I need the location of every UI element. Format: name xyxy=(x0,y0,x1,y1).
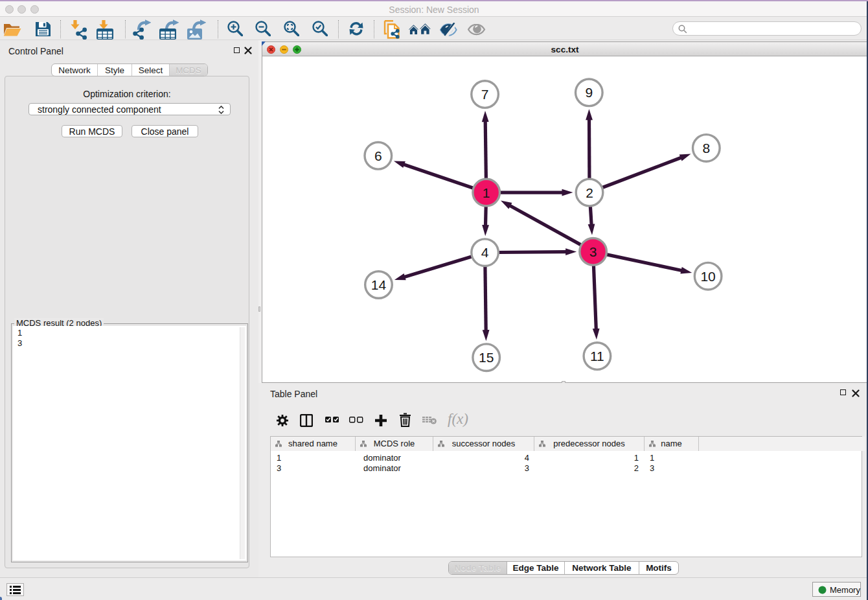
svg-text:9: 9 xyxy=(585,85,593,100)
svg-text:6: 6 xyxy=(374,148,382,163)
svg-text:7: 7 xyxy=(481,87,489,102)
svg-text:10: 10 xyxy=(700,269,715,284)
svg-text:4: 4 xyxy=(481,245,489,260)
svg-text:3: 3 xyxy=(589,244,597,259)
svg-text:11: 11 xyxy=(590,349,604,363)
svg-text:14: 14 xyxy=(371,277,387,292)
svg-text:1: 1 xyxy=(483,185,490,200)
svg-text:15: 15 xyxy=(479,350,494,365)
svg-text:8: 8 xyxy=(702,141,710,156)
svg-text:2: 2 xyxy=(586,185,593,200)
